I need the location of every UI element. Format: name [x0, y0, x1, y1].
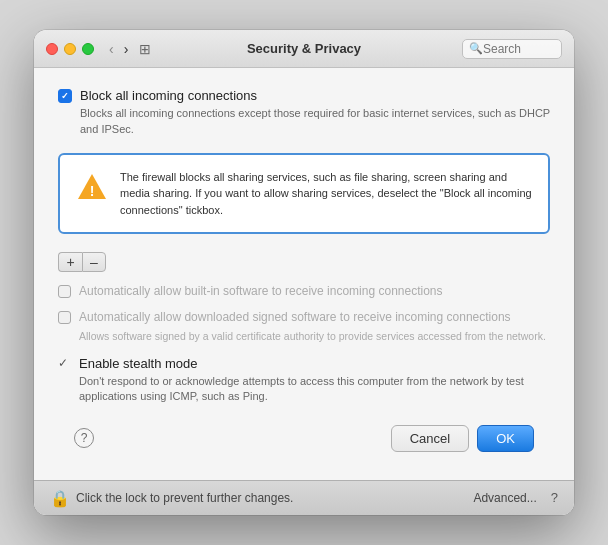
- bottom-bar: ? Cancel OK: [58, 417, 550, 464]
- back-arrow-icon[interactable]: ‹: [106, 41, 117, 57]
- block-connections-row: Block all incoming connections Blocks al…: [58, 88, 550, 137]
- search-wrapper: 🔍: [462, 39, 562, 59]
- advanced-button[interactable]: Advanced...: [473, 491, 536, 505]
- main-content: Block all incoming connections Blocks al…: [34, 68, 574, 480]
- add-button[interactable]: +: [58, 252, 82, 272]
- block-connections-sublabel: Blocks all incoming connections except t…: [80, 106, 550, 137]
- auto-builtin-checkbox[interactable]: [58, 285, 71, 298]
- stealth-mode-sublabel: Don't respond to or acknowledge attempts…: [79, 374, 550, 405]
- auto-builtin-label: Automatically allow built-in software to…: [79, 284, 443, 298]
- nav-buttons: ‹ ›: [106, 41, 131, 57]
- block-connections-label-group: Block all incoming connections Blocks al…: [80, 88, 550, 137]
- remove-button[interactable]: –: [82, 252, 106, 272]
- auto-downloaded-row: Automatically allow downloaded signed so…: [58, 310, 550, 344]
- help-icon: ?: [81, 431, 88, 445]
- minimize-button[interactable]: [64, 43, 76, 55]
- ok-button[interactable]: OK: [477, 425, 534, 452]
- svg-text:!: !: [90, 183, 95, 199]
- stealth-mode-label: Enable stealth mode: [79, 356, 550, 371]
- main-window: ‹ › ⊞ Security & Privacy 🔍 Block all inc…: [34, 30, 574, 515]
- warning-box: ! The firewall blocks all sharing servic…: [58, 153, 550, 235]
- cancel-button[interactable]: Cancel: [391, 425, 469, 452]
- taskbar-help-button[interactable]: ?: [551, 490, 558, 505]
- auto-builtin-row: Automatically allow built-in software to…: [58, 284, 550, 298]
- auto-downloaded-checkbox[interactable]: [58, 311, 71, 324]
- search-icon: 🔍: [469, 42, 483, 55]
- stealth-mode-row: ✓ Enable stealth mode Don't respond to o…: [58, 356, 550, 405]
- stealth-checkmark-icon: ✓: [58, 356, 71, 370]
- close-button[interactable]: [46, 43, 58, 55]
- block-connections-checkbox[interactable]: [58, 89, 72, 103]
- auto-downloaded-label-group: Automatically allow downloaded signed so…: [79, 310, 546, 344]
- traffic-lights: [46, 43, 94, 55]
- warning-icon: !: [76, 171, 108, 203]
- titlebar: ‹ › ⊞ Security & Privacy 🔍: [34, 30, 574, 68]
- stealth-mode-label-group: Enable stealth mode Don't respond to or …: [79, 356, 550, 405]
- plus-minus-row: + –: [58, 252, 550, 272]
- auto-downloaded-label: Automatically allow downloaded signed so…: [79, 310, 546, 324]
- block-connections-label: Block all incoming connections: [80, 88, 550, 103]
- taskbar: 🔒 Click the lock to prevent further chan…: [34, 480, 574, 515]
- lock-text: Click the lock to prevent further change…: [76, 491, 293, 505]
- lock-icon[interactable]: 🔒: [50, 489, 68, 507]
- help-button[interactable]: ?: [74, 428, 94, 448]
- warning-text: The firewall blocks all sharing services…: [120, 169, 532, 219]
- maximize-button[interactable]: [82, 43, 94, 55]
- grid-icon[interactable]: ⊞: [139, 41, 151, 57]
- auto-downloaded-sublabel: Allows software signed by a valid certif…: [79, 329, 546, 344]
- forward-arrow-icon[interactable]: ›: [121, 41, 132, 57]
- window-title: Security & Privacy: [247, 41, 361, 56]
